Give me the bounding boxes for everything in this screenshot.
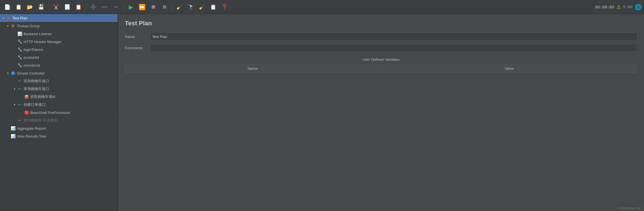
- sep2: [86, 3, 86, 11]
- section-title: User Defined Variables: [125, 57, 637, 62]
- sep1: [48, 3, 49, 11]
- beanshell-label: BeanShell PreProcessor: [30, 111, 70, 115]
- open-button[interactable]: 📂: [25, 2, 35, 12]
- run-no-pause-button[interactable]: ⏩: [137, 2, 147, 12]
- col-name: Name:: [125, 65, 381, 72]
- table-header: Name: Value: [125, 65, 637, 73]
- clear-button[interactable]: 🧹: [174, 2, 184, 12]
- comments-input[interactable]: [150, 44, 637, 52]
- shutdown-button[interactable]: ✖: [159, 2, 170, 12]
- help-button[interactable]: ❓: [219, 2, 229, 12]
- tree-item-aggregate-report[interactable]: ▶ 📊 Aggregate Report: [0, 124, 118, 132]
- comments-row: Comments:: [125, 44, 637, 52]
- comments-label: Comments:: [125, 46, 150, 50]
- content-title: Test Plan: [125, 20, 637, 27]
- view-results-tree-icon: 📊: [10, 133, 16, 139]
- stop-button[interactable]: ⏺: [148, 2, 158, 12]
- toggle-simple-controller[interactable]: ▼: [6, 71, 10, 75]
- tree-item-query-cart-no-gw[interactable]: ▶ ✏ 查询购物车-不走网关: [0, 116, 118, 124]
- broom-button[interactable]: 🧹: [197, 2, 207, 12]
- cut-button[interactable]: ✂️: [51, 2, 61, 12]
- toggle-test-plan[interactable]: ▼: [1, 16, 6, 20]
- tree-item-member-id[interactable]: ▶ 🔧 memberId: [0, 61, 118, 69]
- sep4: [172, 3, 172, 11]
- add-cart-icon: ✏: [17, 78, 22, 84]
- create-order-icon: ✏: [17, 102, 22, 107]
- aggregate-report-icon: 📊: [10, 125, 16, 131]
- copy-button[interactable]: 📃: [62, 2, 72, 12]
- beanshell-icon: 🔴: [24, 110, 29, 115]
- test-plan-icon: 🔺: [6, 15, 11, 21]
- tree-item-test-plan[interactable]: ▼ 🔺 Test Plan: [0, 14, 118, 22]
- query-cart-no-gw-icon: ✏: [17, 118, 22, 123]
- run-button[interactable]: ▶: [126, 2, 136, 12]
- expand-button[interactable]: ➕: [88, 2, 98, 12]
- status-bar: CSDN @Men DD: [617, 206, 641, 210]
- login-tokens-label: loginTokens: [24, 48, 43, 52]
- warning-icon: ⚠: [616, 4, 621, 10]
- view-results-tree-label: View Results Tree: [17, 134, 46, 138]
- collapse-button[interactable]: ➖: [100, 2, 110, 12]
- http-header-icon: 🔧: [17, 39, 22, 44]
- query-cart-no-gw-label: 查询购物车-不走网关: [24, 118, 58, 123]
- backend-listener-icon: 📊: [17, 31, 22, 37]
- new-file-button[interactable]: 📄: [2, 2, 12, 12]
- add-cart-label: 添加购物车接口: [24, 78, 49, 84]
- http-header-label: HTTP Header Manager: [24, 40, 62, 44]
- tree-panel: ▼ 🔺 Test Plan ▼ ⚙ Thread Group ▶ 📊 Backe…: [0, 14, 118, 211]
- tree-item-product-id[interactable]: ▶ 🔧 productId: [0, 53, 118, 61]
- toolbar-right: 00:00:00 ⚠ 0 0/0 🌐: [595, 4, 642, 10]
- timer-display: 00:00:00: [595, 5, 614, 9]
- paste-button[interactable]: 📋: [73, 2, 84, 12]
- toggle-query-cart[interactable]: ▼: [12, 87, 17, 91]
- login-tokens-icon: 🔧: [17, 47, 22, 52]
- name-input[interactable]: [150, 33, 637, 41]
- status-text: CSDN @Men DD: [617, 206, 641, 210]
- name-label: Name:: [125, 35, 150, 39]
- toolbar: 📄 📋 📂 💾 ✂️ 📃 📋 ➕ ➖ ↔ ▶ ⏩ ⏺ ✖ 🧹 🔭 🧹 📋 ❓ 0…: [0, 0, 644, 14]
- simple-controller-icon: 🔷: [10, 70, 16, 76]
- tree-item-simple-controller[interactable]: ▼ 🔷 Simple Controller: [0, 69, 118, 77]
- function-helper-button[interactable]: 📋: [208, 2, 218, 12]
- globe-icon: 🌐: [635, 4, 642, 10]
- variables-table: Name: Value: [125, 64, 637, 73]
- tree-item-query-cart[interactable]: ▼ ✏ 查询购物车接口: [0, 85, 118, 93]
- toggle-create-order[interactable]: ▼: [12, 102, 17, 107]
- product-id-icon: 🔧: [17, 55, 22, 60]
- main-area: ▼ 🔺 Test Plan ▼ ⚙ Thread Group ▶ 📊 Backe…: [0, 14, 644, 211]
- query-cart-icon: ✏: [17, 86, 22, 92]
- search-button[interactable]: 🔭: [186, 2, 196, 12]
- product-id-label: productId: [24, 55, 39, 60]
- sep3: [123, 3, 123, 11]
- col-value: Value: [381, 65, 637, 72]
- warning-count: 0: [623, 5, 625, 9]
- thread-group-icon: ⚙: [10, 23, 16, 29]
- content-panel: Test Plan Name: Comments: User Defined V…: [118, 14, 644, 211]
- member-id-icon: 🔧: [17, 62, 22, 68]
- tree-item-add-cart[interactable]: ▶ ✏ 添加购物车接口: [0, 77, 118, 85]
- tree-item-get-cart-item[interactable]: ▶ 📦 获取购物车项id: [0, 93, 118, 101]
- error-count: 0/0: [627, 5, 632, 9]
- save-button[interactable]: 💾: [36, 2, 46, 12]
- tree-item-thread-group[interactable]: ▼ ⚙ Thread Group: [0, 22, 118, 30]
- toggle-button[interactable]: ↔: [111, 2, 121, 12]
- query-cart-label: 查询购物车接口: [24, 86, 49, 91]
- tree-item-view-results-tree[interactable]: ▶ 📊 View Results Tree: [0, 132, 118, 140]
- simple-controller-label: Simple Controller: [17, 71, 45, 75]
- test-plan-label: Test Plan: [12, 16, 27, 20]
- name-row: Name:: [125, 33, 637, 41]
- get-cart-item-icon: 📦: [24, 94, 29, 100]
- tree-item-login-tokens[interactable]: ▶ 🔧 loginTokens: [0, 46, 118, 53]
- new-template-button[interactable]: 📋: [13, 2, 24, 12]
- create-order-label: 创建订单接口: [24, 102, 46, 107]
- thread-group-label: Thread Group: [17, 24, 40, 28]
- tree-item-backend-listener[interactable]: ▶ 📊 Backend Listener: [0, 30, 118, 38]
- toggle-thread-group[interactable]: ▼: [6, 24, 10, 28]
- member-id-label: memberId: [24, 63, 40, 68]
- get-cart-item-label: 获取购物车项id: [30, 94, 55, 99]
- backend-listener-label: Backend Listener: [24, 32, 52, 36]
- tree-item-beanshell[interactable]: ▶ 🔴 BeanShell PreProcessor: [0, 109, 118, 116]
- tree-item-create-order[interactable]: ▼ ✏ 创建订单接口: [0, 101, 118, 109]
- aggregate-report-label: Aggregate Report: [17, 126, 46, 131]
- tree-item-http-header-manager[interactable]: ▶ 🔧 HTTP Header Manager: [0, 38, 118, 46]
